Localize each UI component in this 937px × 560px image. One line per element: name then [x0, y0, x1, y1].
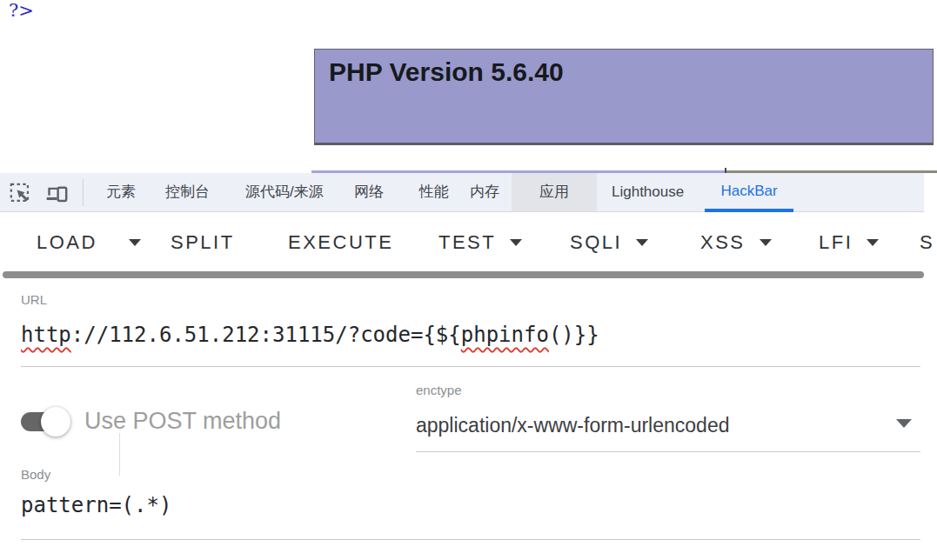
body-field-underline: [21, 539, 920, 540]
test-menu-label: TEST: [438, 231, 496, 254]
tab-performance[interactable]: 性能: [419, 173, 449, 211]
caret-down-icon: [510, 239, 522, 246]
load-dropdown-button[interactable]: [129, 213, 141, 271]
phpinfo-header-banner: PHP Version 5.6.40: [314, 49, 934, 145]
devtools-tab-bar: 元素 控制台 源代码/来源 网络 性能 内存 应用 Lighthouse Hac…: [0, 173, 924, 212]
url-input[interactable]: http://112.6.51.212:31115/?code={${phpin…: [21, 323, 599, 347]
tab-sources[interactable]: 源代码/来源: [245, 173, 324, 211]
enctype-select[interactable]: application/x-www-form-urlencoded: [416, 414, 729, 437]
execute-button[interactable]: EXECUTE: [288, 213, 393, 271]
caret-down-icon: [760, 239, 772, 246]
tab-console[interactable]: 控制台: [165, 173, 210, 211]
caret-down-icon: [867, 239, 879, 246]
inspect-element-icon[interactable]: [7, 180, 33, 206]
test-menu-button[interactable]: TEST: [438, 213, 522, 271]
url-segment-phpinfo: phpinfo: [461, 323, 549, 347]
hackbar-toolbar: LOAD SPLIT EXECUTE TEST SQLI XSS LFI S: [0, 213, 937, 271]
split-button[interactable]: SPLIT: [171, 213, 235, 271]
url-segment-end: ()}}: [549, 323, 599, 347]
caret-down-icon: [129, 239, 141, 246]
enctype-field-underline: [416, 451, 920, 452]
lfi-menu-button[interactable]: LFI: [819, 213, 879, 271]
tab-memory[interactable]: 内存: [470, 173, 499, 211]
enctype-dropdown-icon[interactable]: [896, 419, 912, 428]
use-post-method-label: Use POST method: [84, 408, 281, 435]
use-post-toggle-knob[interactable]: [41, 407, 70, 437]
sqli-menu-label: SQLI: [570, 231, 622, 254]
url-field-label: URL: [21, 292, 47, 307]
tab-elements[interactable]: 元素: [106, 173, 136, 211]
xss-menu-button[interactable]: XSS: [700, 213, 772, 271]
execute-button-label: EXECUTE: [288, 231, 393, 254]
load-button-label: LOAD: [37, 231, 97, 254]
tabbar-separator: [83, 179, 84, 206]
url-segment-mid: ://112.6.51.212:31115/?code={${: [71, 323, 461, 347]
load-button[interactable]: LOAD: [37, 213, 97, 271]
body-input[interactable]: pattern=(.*): [21, 493, 171, 517]
truncated-menu-button[interactable]: S: [920, 213, 934, 271]
sqli-menu-button[interactable]: SQLI: [570, 213, 648, 271]
lfi-menu-label: LFI: [819, 231, 853, 254]
php-version-title: PHP Version 5.6.40: [315, 50, 933, 87]
php-close-tag-text: ?>: [9, 0, 34, 21]
body-field-label: Body: [21, 467, 50, 482]
caret-down-icon: [636, 239, 648, 246]
xss-menu-label: XSS: [700, 231, 746, 254]
toggle-device-toolbar-icon[interactable]: [44, 180, 70, 206]
tab-application[interactable]: 应用: [512, 173, 597, 211]
url-segment-http: http: [21, 323, 71, 347]
enctype-field-label: enctype: [416, 383, 462, 397]
tab-lighthouse[interactable]: Lighthouse: [612, 173, 684, 211]
truncated-menu-label: S: [920, 231, 934, 254]
toolbar-divider-bar: [3, 271, 924, 278]
tab-network[interactable]: 网络: [354, 173, 384, 211]
split-button-label: SPLIT: [171, 231, 235, 254]
tab-hackbar[interactable]: HackBar: [705, 173, 793, 212]
url-field-underline: [21, 366, 920, 367]
load-split-separator: [119, 433, 120, 476]
